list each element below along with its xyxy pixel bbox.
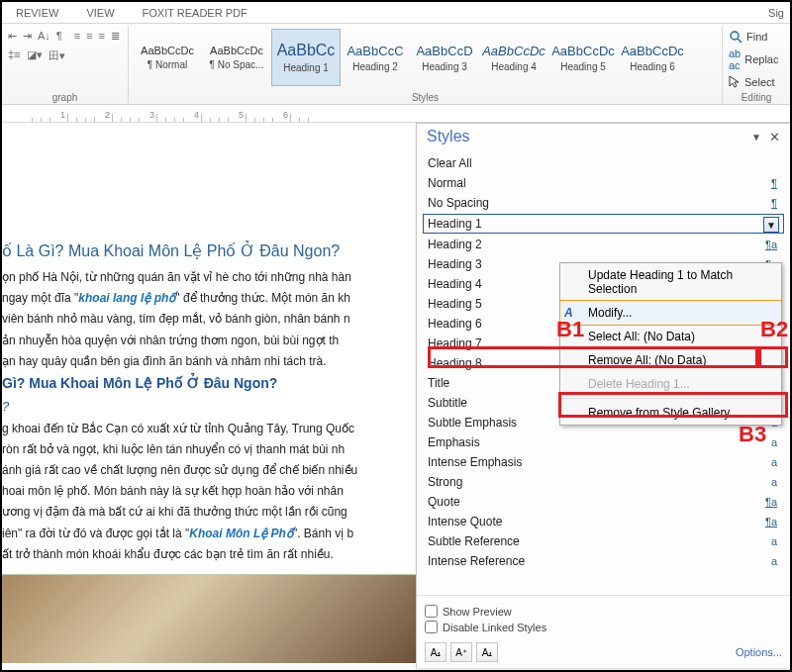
menu-delete: Delete Heading 1... [560, 372, 781, 396]
svg-line-1 [738, 39, 742, 43]
indent-increase-icon[interactable]: ⇥ [23, 30, 32, 43]
paragraph-group: ⇤ ⇥ A↓ ¶ ≡ ≡ ≡ ≣ ‡≡ ◪▾ 田▾ graph [2, 26, 129, 104]
pane-close-button[interactable]: ✕ [765, 130, 784, 144]
sort-icon[interactable]: A↓ [38, 30, 50, 43]
menu-select-all[interactable]: Select All: (No Data) [560, 325, 781, 348]
align-right-icon[interactable]: ≡ [99, 30, 105, 43]
styles-group-label: Styles [129, 92, 722, 103]
style-item-heading-2[interactable]: Heading 2¶a [423, 235, 784, 254]
editing-group-label: Editing [723, 92, 790, 103]
line-spacing-icon[interactable]: ‡≡ [8, 48, 21, 63]
pane-footer: Show Preview Disable Linked Styles A₄ A⁺… [417, 595, 790, 668]
style-gallery[interactable]: AaBbCcDc ¶ Normal AaBbCcDc ¶ No Spac... … [129, 26, 689, 86]
style-inspector-button[interactable]: A⁺ [450, 642, 472, 662]
style-heading-2[interactable]: AaBbCcC Heading 2 [341, 29, 410, 86]
replace-icon: abac [729, 48, 741, 71]
ruler[interactable]: 123456 [2, 105, 790, 123]
tab-review[interactable]: REVIEW [2, 7, 72, 19]
style-item-intense-quote[interactable]: Intense Quote¶a [423, 512, 784, 531]
style-item-no-spacing[interactable]: No Spacing¶ [423, 193, 784, 213]
doc-heading-3: ? [2, 397, 416, 418]
pane-dropdown-icon[interactable]: ▼ [747, 132, 765, 143]
style-item-strong[interactable]: Stronga [423, 472, 784, 492]
align-center-icon[interactable]: ≡ [86, 30, 92, 43]
style-clear-all[interactable]: Clear All [423, 153, 784, 173]
editing-group: Find abacReplac Select Editing [723, 26, 790, 104]
doc-paragraph: ánh giá rất cao về chất lượng nên được s… [2, 461, 416, 480]
align-left-icon[interactable]: ≡ [74, 30, 80, 43]
doc-heading-2: Gì? Mua Khoai Môn Lệ Phố Ở Đâu Ngon? [2, 375, 416, 391]
borders-icon[interactable]: 田▾ [49, 48, 65, 63]
paragraph-group-label: graph [2, 92, 128, 103]
svg-point-0 [731, 32, 739, 40]
disable-linked-checkbox[interactable]: Disable Linked Styles [425, 621, 782, 633]
options-link[interactable]: Options... [736, 646, 782, 658]
style-heading-4[interactable]: AaBbCcDc Heading 4 [479, 29, 548, 86]
style-item-dropdown[interactable]: ▼ [763, 217, 779, 233]
doc-heading-1: ố Là Gì? Mua Khoai Môn Lệ Phố Ở Đâu Ngon… [2, 241, 416, 260]
style-item-intense-emphasis[interactable]: Intense Emphasisa [423, 452, 784, 472]
modify-icon: A [564, 306, 573, 320]
menu-update-match[interactable]: Update Heading 1 to Match Selection [560, 263, 781, 301]
style-normal[interactable]: AaBbCcDc ¶ Normal [133, 29, 202, 86]
select-icon [729, 75, 741, 89]
style-heading-6[interactable]: AaBbCcDc Heading 6 [618, 29, 687, 86]
style-item-heading-1[interactable]: Heading 1¶a▼ [423, 214, 784, 234]
replace-button[interactable]: abacReplac [729, 48, 790, 71]
style-item-quote[interactable]: Quote¶a [423, 492, 784, 512]
tab-view[interactable]: VIEW [72, 7, 128, 19]
document-page[interactable]: ố Là Gì? Mua Khoai Môn Lệ Phố Ở Đâu Ngon… [2, 123, 416, 672]
doc-paragraph: iên" ra đời từ đó và được gọi tắt là "Kh… [2, 525, 416, 543]
show-marks-icon[interactable]: ¶ [56, 30, 62, 43]
select-button[interactable]: Select [729, 75, 790, 89]
style-no-spacing[interactable]: AaBbCcDc ¶ No Spac... [202, 29, 271, 86]
styles-group: AaBbCcDc ¶ Normal AaBbCcDc ¶ No Spac... … [129, 26, 723, 104]
tab-pdf[interactable]: FOXIT READER PDF [129, 7, 261, 19]
menu-modify[interactable]: AModify... [559, 300, 782, 326]
pane-title: Styles [427, 128, 747, 145]
styles-pane: Styles ▼ ✕ Clear All Normal¶No Spacing¶H… [416, 123, 790, 668]
menu-remove-all[interactable]: Remove All: (No Data) [560, 348, 781, 372]
manage-styles-button[interactable]: A₄ [476, 642, 498, 662]
show-preview-checkbox[interactable]: Show Preview [425, 605, 782, 618]
style-item-emphasis[interactable]: Emphasisa [423, 432, 784, 452]
doc-paragraph: ương vị đậm đà mà bất cứ ai khi đã thưởn… [2, 503, 416, 522]
doc-paragraph: ròn rất bở và ngọt, khi luộc lên tán nhu… [2, 440, 416, 459]
menu-remove-gallery[interactable]: Remove from Style Gallery [560, 401, 781, 425]
signin-link[interactable]: Sig [754, 7, 790, 19]
document-image [2, 574, 416, 663]
style-heading-1[interactable]: AaBbCc Heading 1 [271, 29, 341, 86]
style-item-subtle-reference[interactable]: Subtle Referencea [423, 531, 784, 551]
doc-paragraph: hoai môn lệ phố. Món bánh này là sự kết … [2, 482, 416, 501]
doc-paragraph: ạn hay quây quần bên gia đình ăn bánh và… [2, 352, 416, 371]
ribbon-tabs: REVIEW VIEW FOXIT READER PDF Sig [2, 2, 790, 24]
new-style-button[interactable]: A₄ [425, 642, 446, 662]
style-heading-5[interactable]: AaBbCcDc Heading 5 [548, 29, 618, 86]
style-heading-3[interactable]: AaBbCcD Heading 3 [410, 29, 479, 86]
doc-paragraph: ọn phố Hà Nội, từ những quán ăn vặt vỉ h… [2, 268, 416, 287]
doc-paragraph: viên bánh nhỏ màu vàng, tím đẹp mắt, vỏ … [2, 310, 416, 329]
style-item-normal[interactable]: Normal¶ [423, 173, 784, 193]
find-button[interactable]: Find [729, 30, 790, 44]
doc-paragraph: g khoai đến từ Bắc Cạn có xuất xứ từ tỉn… [2, 420, 416, 438]
doc-paragraph: ất trở thành món khoái khẩu được các bạn… [2, 545, 416, 564]
style-item-intense-reference[interactable]: Intense Referencea [423, 551, 784, 571]
shading-icon[interactable]: ◪▾ [27, 48, 43, 63]
indent-decrease-icon[interactable]: ⇤ [8, 30, 17, 43]
find-icon [729, 30, 742, 44]
doc-paragraph: ngay một đĩa "khoai lang lệ phố" để thưở… [2, 289, 416, 308]
doc-paragraph: ản nhuyễn hòa quyện với nhân trứng thơm … [2, 332, 416, 350]
justify-icon[interactable]: ≣ [111, 30, 120, 43]
style-context-menu: Update Heading 1 to Match Selection AMod… [559, 262, 782, 426]
ribbon: ⇤ ⇥ A↓ ¶ ≡ ≡ ≡ ≣ ‡≡ ◪▾ 田▾ graph AaBbCcDc… [2, 24, 790, 105]
